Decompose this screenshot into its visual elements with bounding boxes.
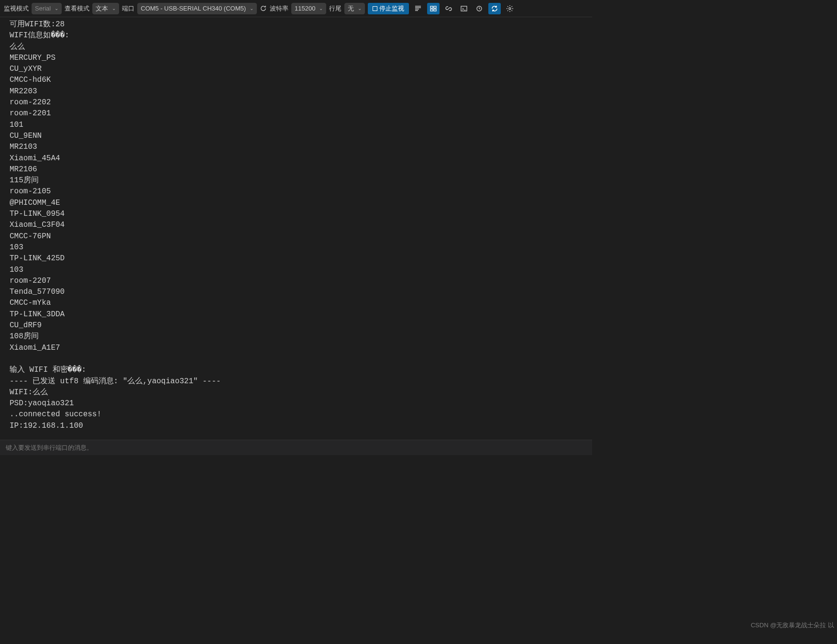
chevron-down-icon: ⌄ [112, 6, 116, 11]
stop-monitor-button[interactable]: 停止监视 [368, 3, 409, 14]
settings-icon[interactable] [504, 3, 516, 14]
serial-input-bar [0, 440, 592, 455]
svg-point-6 [509, 8, 511, 10]
view-mode-value: 文本 [96, 4, 108, 13]
svg-rect-1 [434, 6, 436, 8]
stop-button-label: 停止监视 [379, 4, 404, 13]
chevron-down-icon: ⌄ [250, 6, 253, 11]
toggle-autoscroll-icon[interactable] [412, 3, 424, 14]
line-end-value: 无 [348, 4, 354, 13]
line-end-label: 行尾 [329, 4, 341, 13]
svg-rect-2 [430, 9, 433, 11]
link-icon[interactable] [442, 3, 455, 14]
view-mode-select[interactable]: 文本 ⌄ [92, 3, 119, 14]
monitor-mode-label: 监视模式 [4, 4, 29, 13]
clear-output-icon[interactable] [473, 3, 485, 14]
monitor-mode-value: Serial [35, 5, 51, 12]
terminal-icon[interactable] [458, 3, 470, 14]
svg-rect-3 [434, 9, 436, 11]
baud-value: 115200 [295, 5, 315, 12]
svg-rect-0 [430, 6, 433, 8]
toggle-timestamp-icon[interactable] [427, 3, 440, 14]
chevron-down-icon: ⌄ [55, 6, 58, 11]
svg-rect-4 [461, 6, 467, 11]
baud-label: 波特率 [270, 4, 288, 13]
chevron-down-icon: ⌄ [319, 6, 323, 11]
port-value: COM5 - USB-SERIAL CH340 (COM5) [141, 5, 246, 12]
monitor-mode-select[interactable]: Serial ⌄ [32, 3, 62, 14]
port-label: 端口 [122, 4, 134, 13]
serial-output: 可用WIFI数:28 WIFI信息如���: 么么 MERCURY_PS CU_… [0, 17, 592, 440]
line-end-select[interactable]: 无 ⌄ [344, 3, 365, 14]
chevron-down-icon: ⌄ [358, 6, 362, 11]
view-mode-label: 查看模式 [65, 4, 89, 13]
refresh-port-icon[interactable] [260, 5, 267, 12]
stop-icon [373, 6, 377, 11]
serial-input[interactable] [6, 444, 586, 451]
port-select[interactable]: COM5 - USB-SERIAL CH340 (COM5) ⌄ [137, 3, 257, 14]
baud-select[interactable]: 115200 ⌄ [291, 3, 326, 14]
serial-monitor-toolbar: 监视模式 Serial ⌄ 查看模式 文本 ⌄ 端口 COM5 - USB-SE… [0, 0, 592, 17]
sync-icon[interactable] [488, 3, 501, 14]
